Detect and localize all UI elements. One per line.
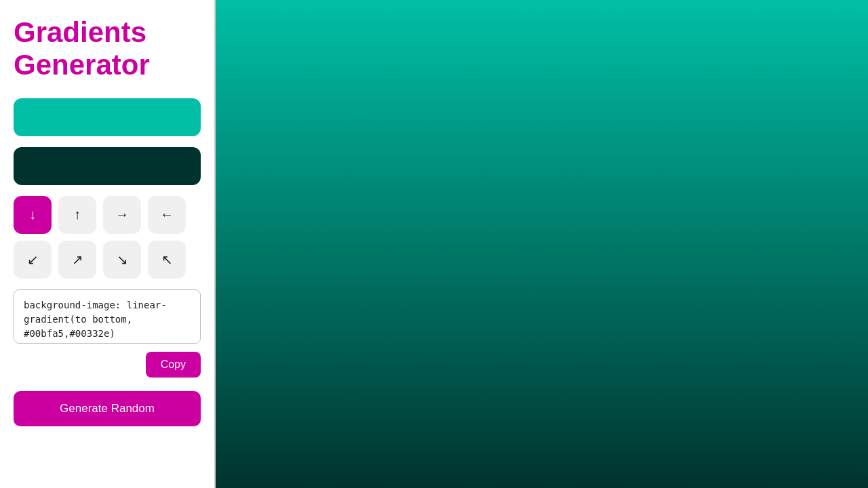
dir-btn-to-bottom-left[interactable]: ↙ [14,241,52,279]
dir-btn-to-left[interactable]: ← [148,196,186,234]
copy-row: Copy [14,352,201,378]
direction-grid: ↓ ↑ → ← ↙ ↗ ↘ ↖ [14,196,201,279]
copy-button[interactable]: Copy [146,352,201,378]
color-swatch-1[interactable] [14,98,201,136]
dir-btn-to-right[interactable]: → [103,196,141,234]
css-output[interactable] [14,289,201,344]
dir-btn-to-bottom-right[interactable]: ↘ [103,241,141,279]
color-swatch-2[interactable] [14,147,201,185]
dir-btn-to-bottom[interactable]: ↓ [14,196,52,234]
dir-btn-to-top[interactable]: ↑ [58,196,96,234]
dir-btn-to-top-left[interactable]: ↖ [148,241,186,279]
gradient-preview [216,0,868,488]
sidebar: Gradients Generator ↓ ↑ → ← ↙ ↗ ↘ ↖ Copy… [0,0,216,488]
dir-btn-to-top-right[interactable]: ↗ [58,241,96,279]
generate-button[interactable]: Generate Random [14,391,201,426]
app-title: Gradients Generator [14,16,201,82]
